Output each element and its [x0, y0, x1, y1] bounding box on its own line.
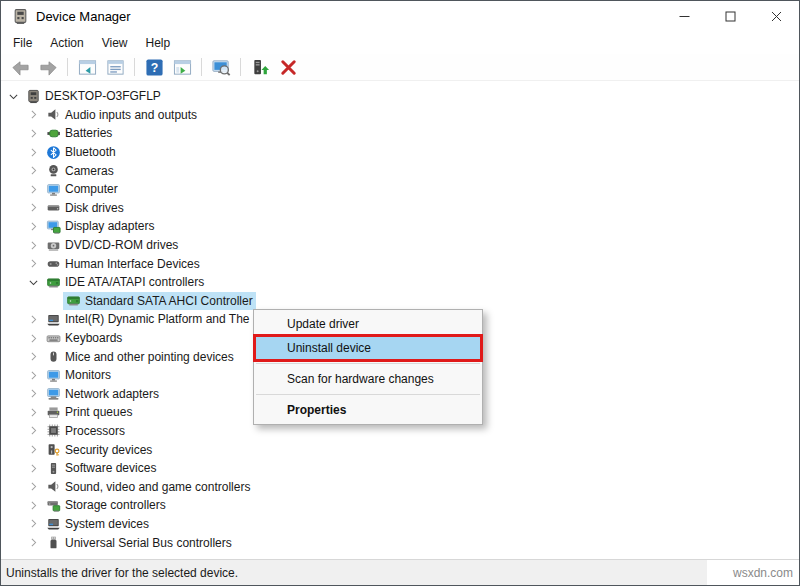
menu-help[interactable]: Help: [137, 33, 180, 53]
chevron-collapsed-icon[interactable]: [23, 366, 43, 384]
device-manager-window: Device Manager File Action View Help ? D…: [0, 0, 800, 586]
tree-item-label: Mice and other pointing devices: [63, 350, 234, 364]
tree-item-human-interface-devices[interactable]: Human Interface Devices: [1, 254, 799, 273]
monitor-icon: [43, 366, 63, 384]
tree-item-label: IDE ATA/ATAPI controllers: [63, 275, 204, 289]
uninstall-x-icon: [279, 58, 298, 77]
camera-icon: [43, 162, 63, 180]
chevron-collapsed-icon[interactable]: [23, 534, 43, 552]
show-action-pane-button[interactable]: [169, 55, 195, 79]
tree-item-sound-video-and-game-controllers[interactable]: Sound, video and game controllers: [1, 477, 799, 496]
tree-item-disk-drives[interactable]: Disk drives: [1, 199, 799, 218]
tree-item-label: System devices: [63, 517, 149, 531]
tree-item-system-devices[interactable]: System devices: [1, 515, 799, 534]
chevron-collapsed-icon[interactable]: [23, 217, 43, 235]
maximize-button[interactable]: [707, 1, 753, 32]
context-menu-item-properties[interactable]: Properties: [254, 398, 482, 422]
tree-item-storage-controllers[interactable]: Storage controllers: [1, 496, 799, 515]
chevron-collapsed-icon[interactable]: [23, 403, 43, 421]
bluetooth-icon: [43, 143, 63, 161]
tree-item-cameras[interactable]: Cameras: [1, 161, 799, 180]
processor-icon: [43, 422, 63, 440]
chevron-collapsed-icon[interactable]: [23, 143, 43, 161]
watermark-text: wsxdn.com: [733, 566, 793, 580]
tree-item-label: Cameras: [63, 164, 114, 178]
tree-item-label: DVD/CD-ROM drives: [63, 238, 178, 252]
tree-item-software-devices[interactable]: Software devices: [1, 459, 799, 478]
tree-item-security-devices[interactable]: Security devices: [1, 440, 799, 459]
device-manager-app-icon: [12, 8, 29, 25]
minimize-button[interactable]: [661, 1, 707, 32]
tree-item-desktop-o3fgflp[interactable]: DESKTOP-O3FGFLP: [1, 87, 799, 106]
tree-item-label: Batteries: [63, 126, 112, 140]
chevron-expanded-icon[interactable]: [3, 87, 23, 105]
network-icon: [43, 385, 63, 403]
tree-item-label: Disk drives: [63, 201, 124, 215]
tree-item-standard-sata-ahci-controller[interactable]: Standard SATA AHCI Controller: [1, 292, 799, 311]
usb-icon: [43, 534, 63, 552]
chevron-collapsed-icon[interactable]: [23, 236, 43, 254]
tree-item-batteries[interactable]: Batteries: [1, 124, 799, 143]
chevron-collapsed-icon[interactable]: [23, 441, 43, 459]
tree-item-bluetooth[interactable]: Bluetooth: [1, 143, 799, 162]
menu-bar: File Action View Help: [1, 32, 799, 54]
chevron-collapsed-icon[interactable]: [23, 385, 43, 403]
chevron-collapsed-icon[interactable]: [23, 162, 43, 180]
battery-icon: [43, 124, 63, 142]
security-icon: [43, 441, 63, 459]
back-icon: [11, 58, 30, 77]
tree-item-universal-serial-bus-controllers[interactable]: Universal Serial Bus controllers: [1, 533, 799, 552]
keyboard-icon: [43, 329, 63, 347]
ide-controller-icon: [63, 292, 83, 310]
chevron-collapsed-icon[interactable]: [23, 199, 43, 217]
tree-item-label: Network adapters: [63, 387, 159, 401]
chevron-collapsed-icon[interactable]: [23, 124, 43, 142]
chevron-expanded-icon[interactable]: [23, 273, 43, 291]
properties-button[interactable]: [102, 55, 128, 79]
menu-file[interactable]: File: [4, 33, 41, 53]
chevron-collapsed-icon[interactable]: [23, 422, 43, 440]
forward-button[interactable]: [35, 55, 61, 79]
chevron-collapsed-icon[interactable]: [23, 106, 43, 124]
chevron-collapsed-icon[interactable]: [23, 459, 43, 477]
chevron-collapsed-icon[interactable]: [23, 329, 43, 347]
chevron-collapsed-icon[interactable]: [23, 255, 43, 273]
chevron-collapsed-icon[interactable]: [23, 348, 43, 366]
audio-icon: [43, 478, 63, 496]
show-console-tree-button[interactable]: [74, 55, 100, 79]
forward-icon: [39, 58, 58, 77]
toolbar-separator: [240, 58, 241, 76]
scan-for-hardware-changes-button[interactable]: [208, 55, 234, 79]
mouse-icon: [43, 348, 63, 366]
action-pane-icon: [173, 58, 192, 77]
status-text: Uninstalls the driver for the selected d…: [6, 566, 238, 580]
toolbar-separator: [67, 58, 68, 76]
chevron-collapsed-icon[interactable]: [23, 478, 43, 496]
tree-item-label: Keyboards: [63, 331, 122, 345]
audio-icon: [43, 106, 63, 124]
update-driver-icon: [251, 58, 270, 77]
back-button[interactable]: [7, 55, 33, 79]
chevron-collapsed-icon[interactable]: [23, 515, 43, 533]
tree-item-audio-inputs-and-outputs[interactable]: Audio inputs and outputs: [1, 106, 799, 125]
help-button[interactable]: ?: [141, 55, 167, 79]
chevron-collapsed-icon[interactable]: [23, 496, 43, 514]
tree-item-display-adapters[interactable]: Display adapters: [1, 217, 799, 236]
chevron-collapsed-icon[interactable]: [23, 180, 43, 198]
menu-view[interactable]: View: [93, 33, 137, 53]
context-menu-item-uninstall-device[interactable]: Uninstall device: [254, 336, 482, 360]
tree-item-label: Print queues: [63, 405, 132, 419]
menu-action[interactable]: Action: [41, 33, 92, 53]
chevron-collapsed-icon[interactable]: [23, 310, 43, 328]
context-menu-item-update-driver[interactable]: Update driver: [254, 312, 482, 336]
tree-item-dvd-cd-rom-drives[interactable]: DVD/CD-ROM drives: [1, 236, 799, 255]
tree-item-ide-ata-atapi-controllers[interactable]: IDE ATA/ATAPI controllers: [1, 273, 799, 292]
close-button[interactable]: [753, 1, 799, 32]
context-menu-item-scan-for-hardware-changes[interactable]: Scan for hardware changes: [254, 367, 482, 391]
tree-item-label: Sound, video and game controllers: [63, 480, 250, 494]
uninstall-device-button[interactable]: [275, 55, 301, 79]
context-menu-separator: [256, 363, 480, 364]
update-driver-button[interactable]: [247, 55, 273, 79]
tree-item-label: Intel(R) Dynamic Platform and The: [63, 312, 250, 326]
tree-item-computer[interactable]: Computer: [1, 180, 799, 199]
